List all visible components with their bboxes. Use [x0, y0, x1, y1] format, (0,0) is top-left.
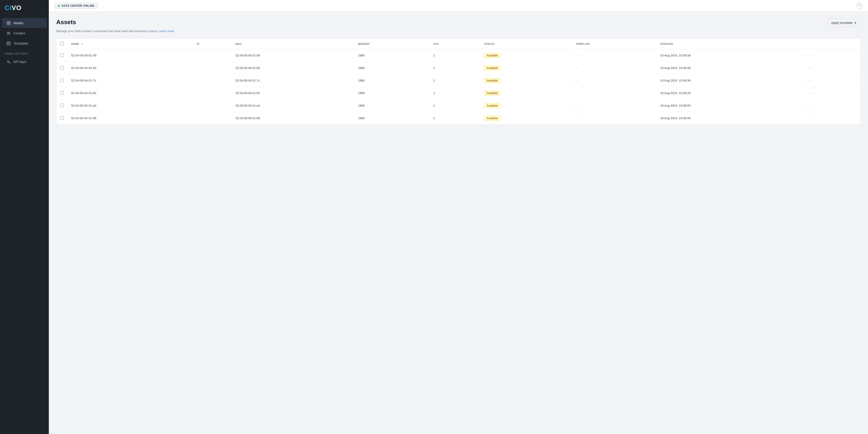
row-status: Available [480, 112, 572, 125]
row-mac: 52:54:00:04:01:b8 [232, 112, 354, 125]
status-badge: Available [484, 53, 500, 58]
page-title: Assets [56, 19, 76, 26]
row-name: 52-54-00-04-01-82 [67, 87, 193, 99]
row-actions-button[interactable]: ··· [806, 115, 814, 121]
row-memory: 1980 [354, 62, 430, 74]
col-header-name[interactable]: NAME ▲ [67, 39, 193, 49]
row-checkbox-cell [57, 112, 67, 125]
row-checkbox-1[interactable] [60, 54, 64, 57]
row-actions-button[interactable]: ··· [806, 65, 814, 71]
sidebar: CiVO Assets [0, 0, 49, 434]
row-ip [193, 49, 232, 62]
table-row: 52-54-00-04-01-65 52:54:00:04:01:65 1980… [57, 62, 860, 74]
logo: CiVO [0, 0, 49, 16]
row-checkbox-3[interactable] [60, 78, 64, 82]
row-actions-cell: ··· [802, 99, 860, 112]
row-actions-cell: ··· [802, 74, 860, 87]
help-button[interactable]: ? [857, 3, 862, 9]
col-header-mac: MAC [232, 39, 354, 49]
table-row: 52-54-00-04-01-09 52:54:00:04:01:09 1980… [57, 49, 860, 62]
row-cpu: 1 [430, 74, 480, 87]
row-name: 52-54-00-04-01-b8 [67, 112, 193, 125]
col-header-actions [802, 39, 860, 49]
sidebar-nav: Assets Clusters [0, 16, 49, 434]
col-header-memory: MEMORY [354, 39, 430, 49]
svg-line-11 [8, 34, 8, 34]
svg-rect-0 [7, 21, 8, 23]
apply-template-button[interactable]: Apply template ▾ [827, 19, 861, 27]
select-all-checkbox[interactable] [60, 42, 64, 45]
row-cpu: 1 [430, 49, 480, 62]
table-body: 52-54-00-04-01-09 52:54:00:04:01:09 1980… [57, 49, 860, 125]
learn-more-link[interactable]: Learn more [158, 29, 174, 33]
row-actions-button[interactable]: ··· [806, 90, 814, 96]
status-badge: Available [484, 91, 500, 96]
svg-line-18 [9, 62, 10, 63]
assets-table-card: NAME ▲ IP MAC MEMORY CPU STATUS TEMPLATE… [56, 38, 861, 125]
col-header-status: STATUS [480, 39, 572, 49]
row-mac: 52:54:00:04:01:7c [232, 74, 354, 87]
status-badge: Available [484, 66, 500, 71]
row-name: 52-54-00-04-01-09 [67, 49, 193, 62]
row-checkbox-cell [57, 62, 67, 74]
row-template: - [572, 49, 656, 62]
sidebar-item-assets[interactable]: Assets [2, 18, 47, 28]
row-actions-button[interactable]: ··· [806, 77, 814, 84]
row-template: - [572, 112, 656, 125]
sidebar-item-clusters-label: Clusters [13, 31, 25, 35]
row-memory: 1980 [354, 112, 430, 125]
row-updated: 19 Aug 2024, 15:08:05 [656, 112, 802, 125]
row-status: Available [480, 62, 572, 74]
row-status: Available [480, 99, 572, 112]
help-icon-label: ? [859, 4, 860, 8]
page-content: Assets Apply template ▾ Manage your Data… [49, 12, 868, 434]
row-name: 52-54-00-04-01-7c [67, 74, 193, 87]
sidebar-item-api-keys[interactable]: API keys [2, 57, 47, 67]
table-row: 52-54-00-04-01-a4 52:54:00:04:01:a4 1980… [57, 99, 860, 112]
row-updated: 19 Aug 2024, 15:08:30 [656, 74, 802, 87]
col-header-cpu: CPU [430, 39, 480, 49]
row-updated: 19 Aug 2024, 15:08:09 [656, 62, 802, 74]
clusters-icon [6, 31, 11, 35]
row-checkbox-5[interactable] [60, 104, 64, 107]
sort-arrow-name: ▲ [81, 43, 83, 45]
api-keys-icon [6, 60, 11, 64]
row-checkbox-cell [57, 74, 67, 87]
status-badge: Available [484, 78, 500, 83]
row-mac: 52:54:00:04:01:65 [232, 62, 354, 74]
row-actions-cell: ··· [802, 112, 860, 125]
page-header: Assets Apply template ▾ [56, 19, 861, 27]
row-ip [193, 62, 232, 74]
row-template: - [572, 87, 656, 99]
svg-rect-2 [7, 23, 8, 25]
templates-icon [6, 41, 11, 45]
row-ip [193, 74, 232, 87]
sidebar-item-templates-label: Templates [13, 42, 28, 45]
svg-point-5 [7, 32, 8, 33]
description-text: Manage your Data Center's resources that… [56, 29, 158, 33]
row-checkbox-2[interactable] [60, 66, 64, 69]
sidebar-item-templates[interactable]: Templates [2, 39, 47, 48]
online-indicator [58, 5, 60, 7]
row-name: 52-54-00-04-01-a4 [67, 99, 193, 112]
row-checkbox-cell [57, 99, 67, 112]
row-updated: 19 Aug 2024, 15:08:58 [656, 49, 802, 62]
sidebar-item-clusters[interactable]: Clusters [2, 28, 47, 38]
row-actions-button[interactable]: ··· [806, 103, 814, 108]
row-status: Available [480, 87, 572, 99]
sidebar-item-assets-label: Assets [13, 21, 23, 25]
svg-point-6 [9, 32, 10, 33]
row-actions-button[interactable]: ··· [806, 53, 814, 58]
row-updated: 19 Aug 2024, 15:08:65 [656, 99, 802, 112]
row-memory: 1980 [354, 49, 430, 62]
sidebar-item-api-keys-label: API keys [13, 60, 26, 64]
row-name: 52-54-00-04-01-65 [67, 62, 193, 74]
col-header-template: TEMPLATE [572, 39, 656, 49]
row-cpu: 1 [430, 112, 480, 125]
row-mac: 52:54:00:04:01:09 [232, 49, 354, 62]
row-checkbox-4[interactable] [60, 91, 64, 95]
page-description: Manage your Data Center's resources that… [56, 29, 861, 33]
svg-rect-1 [9, 21, 10, 23]
row-checkbox-6[interactable] [60, 116, 64, 120]
row-checkbox-cell [57, 49, 67, 62]
